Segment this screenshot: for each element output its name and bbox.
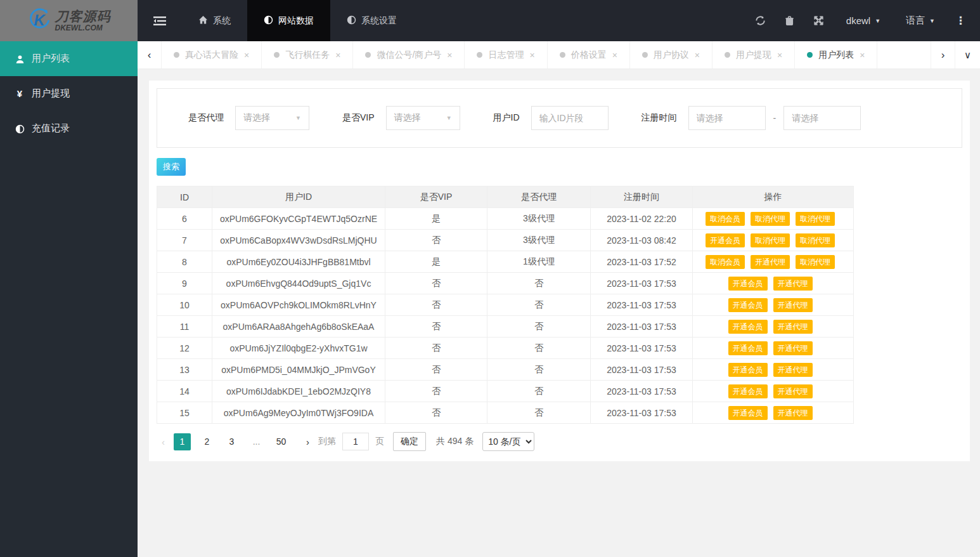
action-button[interactable]: 开通代理 (773, 277, 813, 291)
vip-filter-select[interactable]: 请选择 ▼ (386, 106, 460, 130)
cell-id: 9 (157, 273, 212, 294)
sidebar-item-label: 用户提现 (32, 88, 70, 100)
trash-icon[interactable] (775, 0, 804, 41)
action-button[interactable]: 取消代理 (751, 212, 790, 226)
table-row: 14oxPUm6IJdabKDEI_1ebO2MJzQIY8否否2023-11-… (157, 381, 854, 402)
app-window: K 刀客源码 DKEWL.COM 系统网站数据系统设置 (0, 0, 980, 557)
table-header-row: ID用户ID是否VIP是否代理注册时间操作 (157, 187, 854, 208)
regtime-to-input[interactable] (783, 106, 861, 130)
kebab-menu-icon[interactable]: ⋮ (948, 14, 974, 27)
user-table: ID用户ID是否VIP是否代理注册时间操作 6oxPUm6GFOKyvCGpT4… (157, 186, 854, 424)
action-button[interactable]: 开通代理 (773, 320, 813, 334)
action-button[interactable]: 取消会员 (706, 255, 745, 269)
tab-close-icon[interactable]: × (612, 50, 617, 60)
tab-close-icon[interactable]: × (777, 50, 782, 60)
tab-item-3[interactable]: 微信公号/商户号× (353, 41, 465, 69)
agent-filter-select[interactable]: 请选择 ▼ (235, 106, 309, 130)
tab-item-1[interactable]: 真心话大冒险× (162, 41, 262, 69)
tab-item-4[interactable]: 日志管理× (465, 41, 547, 69)
action-button[interactable]: 开通会员 (728, 298, 768, 312)
tab-scroll-right-icon[interactable]: › (931, 41, 955, 69)
tab-close-icon[interactable]: × (695, 50, 700, 60)
nav-item-1[interactable]: 系统 (182, 0, 247, 41)
cell-vip: 是 (385, 251, 487, 273)
action-button[interactable]: 开通会员 (728, 384, 768, 398)
vip-filter-value: 请选择 (394, 112, 421, 124)
sidebar-item-1[interactable]: 用户列表 (0, 41, 138, 76)
cell-user-id: oxPUm6CaBopx4WV3wDsdRsLMjQHU (212, 230, 385, 251)
tab-item-6[interactable]: 用户协议× (630, 41, 712, 69)
filter-bar: 是否代理 请选择 ▼ 是否VIP 请选择 ▼ 用户ID 注册时间 (157, 88, 962, 148)
pagination: ‹ 123...50 › 到第 页 确定 共 494 条 10 条/页 (157, 432, 962, 451)
sidebar-item-3[interactable]: 充值记录 (0, 111, 138, 146)
half-circle-icon (264, 15, 273, 27)
action-button[interactable]: 开通会员 (728, 363, 768, 377)
tab-item-2[interactable]: 飞行棋任务× (262, 41, 353, 69)
nav-item-3[interactable]: 系统设置 (330, 0, 413, 41)
action-button[interactable]: 开通代理 (773, 363, 813, 377)
agent-filter-label: 是否代理 (188, 112, 224, 124)
page-size-select[interactable]: 10 条/页 (482, 432, 534, 451)
fullscreen-icon[interactable] (804, 0, 834, 41)
tab-label: 用户列表 (818, 49, 854, 61)
tab-close-icon[interactable]: × (447, 50, 452, 60)
nav-item-label: 系统 (213, 15, 231, 27)
page-number-button[interactable]: 2 (198, 433, 216, 450)
cell-agent: 否 (487, 359, 591, 381)
nav-item-2[interactable]: 网站数据 (247, 0, 330, 41)
column-header-4: 是否代理 (487, 187, 591, 208)
cell-reg-time: 2023-11-03 17:53 (591, 381, 693, 402)
cell-reg-time: 2023-11-03 08:42 (591, 230, 693, 251)
cell-actions: 开通会员开通代理 (693, 402, 854, 424)
tab-item-5[interactable]: 价格设置× (548, 41, 630, 69)
action-button[interactable]: 开通会员 (728, 406, 768, 420)
language-menu[interactable]: 语言 ▼ (893, 15, 948, 27)
action-button[interactable]: 取消代理 (751, 233, 790, 247)
tab-scroll-left-icon[interactable]: ‹ (138, 41, 162, 69)
userid-filter-input[interactable] (531, 106, 609, 130)
refresh-icon[interactable] (746, 0, 775, 41)
page-number-button[interactable]: 1 (174, 433, 191, 450)
table-row: 11oxPUm6ARAa8AhgehAg6b8oSkEAaA否否2023-11-… (157, 316, 854, 337)
action-button[interactable]: 开通会员 (706, 233, 745, 247)
page-number-button[interactable]: 50 (273, 433, 290, 450)
page-number-button[interactable]: 3 (223, 433, 240, 450)
action-button[interactable]: 开通代理 (773, 406, 813, 420)
action-button[interactable]: 开通会员 (728, 341, 768, 355)
page-prev-icon[interactable]: ‹ (162, 436, 165, 447)
sidebar-item-2[interactable]: ¥用户提现 (0, 76, 138, 111)
cell-agent: 否 (487, 337, 591, 359)
cell-id: 14 (157, 381, 212, 402)
action-button[interactable]: 取消代理 (796, 255, 835, 269)
action-button[interactable]: 开通代理 (773, 384, 813, 398)
action-button[interactable]: 开通会员 (728, 277, 768, 291)
tab-menu-icon[interactable]: ∨ (955, 41, 980, 69)
search-button[interactable]: 搜索 (157, 158, 186, 176)
regtime-from-input[interactable] (688, 106, 766, 130)
cell-vip: 否 (385, 337, 487, 359)
page-jump-confirm-button[interactable]: 确定 (393, 432, 426, 451)
action-button[interactable]: 开通代理 (751, 255, 790, 269)
tab-close-icon[interactable]: × (860, 50, 865, 60)
tab-item-8[interactable]: 用户列表× (795, 41, 877, 69)
cell-user-id: oxPUm6JjYZIl0qbgE2-yXhvxTG1w (212, 337, 385, 359)
user-menu[interactable]: dkewl ▼ (834, 15, 893, 26)
tab-close-icon[interactable]: × (335, 50, 340, 60)
cell-actions: 开通会员取消代理取消代理 (693, 230, 854, 251)
tab-label: 飞行棋任务 (285, 49, 330, 61)
tab-item-7[interactable]: 用户提现× (712, 41, 795, 69)
top-nav: 系统网站数据系统设置 (138, 0, 980, 41)
tab-close-icon[interactable]: × (529, 50, 534, 60)
page-next-icon[interactable]: › (306, 436, 309, 447)
action-button[interactable]: 开通代理 (773, 341, 813, 355)
cell-reg-time: 2023-11-03 17:53 (591, 402, 693, 424)
page-jump-input[interactable] (342, 433, 369, 450)
action-button[interactable]: 取消代理 (796, 212, 835, 226)
caret-down-icon: ▼ (875, 18, 880, 24)
action-button[interactable]: 开通代理 (773, 298, 813, 312)
action-button[interactable]: 取消会员 (706, 212, 745, 226)
tab-close-icon[interactable]: × (244, 50, 249, 60)
collapse-sidebar-icon[interactable] (138, 0, 182, 41)
action-button[interactable]: 取消代理 (796, 233, 835, 247)
action-button[interactable]: 开通会员 (728, 320, 768, 334)
